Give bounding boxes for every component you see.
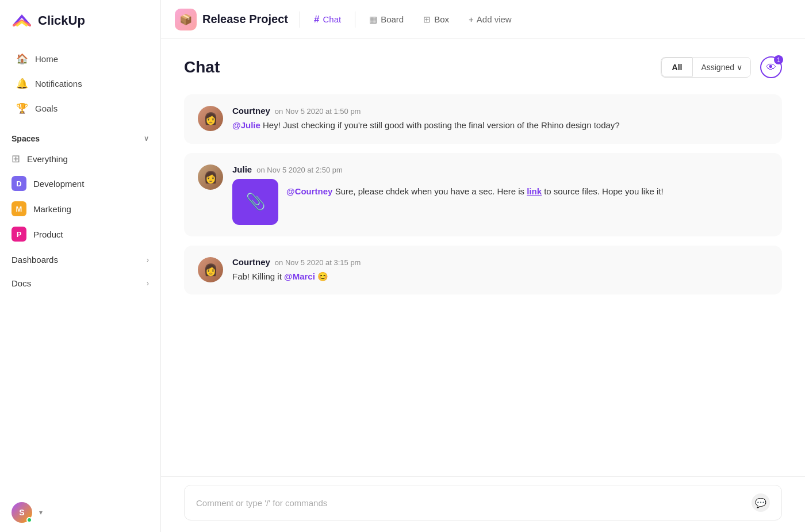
tab-board[interactable]: ▦ Board [361,10,412,29]
sidebar-item-development[interactable]: D Development [0,171,160,196]
sidebar-item-marketing[interactable]: M Marketing [0,196,160,221]
add-view-plus-icon: + [469,14,474,24]
chat-header: Chat All Assigned ∨ 👁 1 [184,56,782,78]
project-icon: 📦 [175,9,197,30]
emoji-button[interactable]: 💬 [752,493,770,512]
product-label: Product [33,229,63,239]
sidebar-item-product[interactable]: P Product [0,221,160,247]
dashboards-chevron-icon: › [147,256,149,264]
everything-label: Everything [27,154,68,164]
message-3-text-before: Fab! Killing it [232,271,282,281]
avatar-courtney-2: 👩 [198,257,223,282]
message-2-text-after: to source files. Hope you like it! [544,186,664,196]
content-area: Chat All Assigned ∨ 👁 1 👩 [161,39,805,476]
watch-button[interactable]: 👁 1 [760,56,782,78]
user-initial: S [19,508,24,517]
logo[interactable]: ClickUp [0,0,160,41]
sidebar: ClickUp 🏠 Home 🔔 Notifications 🏆 Goals S… [0,0,161,532]
message-2-text: @Courtney Sure, please chdek when you ha… [286,179,664,198]
message-1-author: Courtney [232,106,270,116]
user-dropdown-icon[interactable]: ▾ [39,508,43,516]
everything-icon: ⊞ [12,152,20,165]
home-icon: 🏠 [16,53,28,65]
dashboards-label: Dashboards [12,255,58,265]
clickup-logo-icon [12,10,32,31]
message-2-author: Julie [232,164,252,174]
tab-box[interactable]: ⊞ Box [415,10,457,29]
marketing-badge: M [12,201,26,216]
development-label: Development [33,179,84,189]
chat-tab-label: Chat [323,14,341,24]
sidebar-item-notifications[interactable]: 🔔 Notifications [5,72,156,95]
docs-label: Docs [12,278,31,288]
watch-badge: 1 [774,55,783,64]
sidebar-item-goals[interactable]: 🏆 Goals [5,97,156,120]
project-title: Release Project [202,13,288,26]
message-2-attachment-row: 📎 @Courtney Sure, please chdek when you … [232,179,768,225]
topbar: 📦 Release Project # Chat ▦ Board ⊞ Box +… [161,0,805,39]
watch-icon: 👁 [766,62,776,74]
add-view-button[interactable]: + Add view [461,10,520,29]
goals-label: Goals [35,104,57,113]
filter-chevron-icon: ∨ [737,63,742,72]
dashboards-section[interactable]: Dashboards › [0,247,160,270]
marketing-label: Marketing [33,204,71,214]
tab-chat[interactable]: # Chat [306,9,349,30]
message-1-time: on Nov 5 2020 at 1:50 pm [275,107,361,116]
message-3-mention: @Marci [284,271,315,281]
message-1-text: @Julie Hey! Just checking if you're stil… [232,119,768,132]
message-3-emoji: 😊 [317,271,328,281]
goals-icon: 🏆 [16,102,28,114]
message-3: 👩 Courtney on Nov 5 2020 at 3:15 pm Fab!… [184,246,782,295]
sidebar-bottom: S ▾ [0,493,160,532]
filter-assigned-button[interactable]: Assigned ∨ [692,58,750,76]
box-tab-label: Box [434,14,449,24]
spaces-header[interactable]: Spaces ∨ [0,126,160,147]
sidebar-item-everything[interactable]: ⊞ Everything [0,147,160,171]
filter-all-button[interactable]: All [661,58,693,77]
notifications-icon: 🔔 [16,78,28,90]
message-2-mention: @Courtney [286,186,332,196]
message-3-time: on Nov 5 2020 at 3:15 pm [275,258,361,267]
development-badge: D [12,176,26,191]
avatar-courtney-1: 👩 [198,106,223,131]
attachment-thumbnail[interactable]: 📎 [232,179,278,225]
app-name: ClickUp [38,13,85,28]
spaces-label: Spaces [12,134,40,143]
message-3-meta: Courtney on Nov 5 2020 at 3:15 pm [232,257,768,267]
docs-chevron-icon: › [147,280,149,288]
input-area: Comment or type '/' for commands 💬 [161,476,805,532]
message-2-body: Julie on Nov 5 2020 at 2:50 pm 📎 @Courtn… [232,164,768,225]
home-label: Home [35,54,58,64]
message-3-text: Fab! Killing it @Marci 😊 [232,270,768,284]
notifications-label: Notifications [35,79,82,89]
docs-section[interactable]: Docs › [0,270,160,294]
message-1-mention: @Julie [232,120,260,130]
tab-divider-2 [355,12,355,28]
messages-area: 👩 Courtney on Nov 5 2020 at 1:50 pm @Jul… [184,94,782,465]
message-2-link[interactable]: link [527,186,542,196]
avatar-julie: 👩 [198,164,223,190]
board-tab-icon: ▦ [369,14,377,25]
tab-divider [300,12,300,28]
comment-input-wrapper[interactable]: Comment or type '/' for commands 💬 [184,485,782,520]
filter-group: All Assigned ∨ [661,57,751,78]
add-view-label: Add view [477,14,512,24]
message-3-author: Courtney [232,257,270,267]
message-1-meta: Courtney on Nov 5 2020 at 1:50 pm [232,106,768,116]
message-2-time: on Nov 5 2020 at 2:50 pm [256,166,343,174]
spaces-chevron-icon[interactable]: ∨ [144,135,149,143]
message-3-body: Courtney on Nov 5 2020 at 3:15 pm Fab! K… [232,257,768,284]
sidebar-item-home[interactable]: 🏠 Home [5,47,156,71]
message-2-meta: Julie on Nov 5 2020 at 2:50 pm [232,164,768,174]
message-2-text-before: Sure, please chdek when you have a sec. … [335,186,527,196]
message-1: 👩 Courtney on Nov 5 2020 at 1:50 pm @Jul… [184,94,782,144]
message-1-content: Hey! Just checking if you're still good … [263,120,620,130]
message-1-body: Courtney on Nov 5 2020 at 1:50 pm @Julie… [232,106,768,132]
user-avatar[interactable]: S [12,502,32,523]
box-tab-icon: ⊞ [423,14,431,25]
sidebar-nav: 🏠 Home 🔔 Notifications 🏆 Goals [0,41,160,126]
board-tab-label: Board [381,14,404,24]
chat-title: Chat [184,58,220,76]
product-badge: P [12,227,26,242]
